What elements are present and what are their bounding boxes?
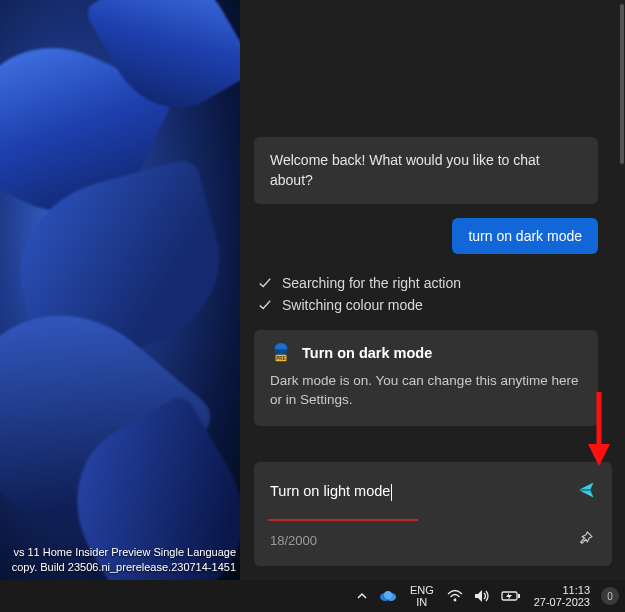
action-steps: Searching for the right action Switching… xyxy=(254,272,618,316)
svg-rect-10 xyxy=(518,594,520,598)
text-caret xyxy=(391,484,392,501)
action-app-icon: PRE xyxy=(270,342,292,364)
action-card-title: Turn on dark mode xyxy=(302,345,432,361)
clock-time: 11:13 xyxy=(534,584,590,596)
lang-top: ENG xyxy=(410,584,434,596)
copilot-chat-panel: Welcome back! What would you like to cha… xyxy=(240,0,625,580)
chat-input-box: Turn on light mode 18/2000 xyxy=(254,462,612,566)
svg-point-7 xyxy=(384,591,392,599)
assistant-message-text: Welcome back! What would you like to cha… xyxy=(270,152,540,188)
tray-overflow[interactable] xyxy=(354,580,370,612)
user-message-text: turn on dark mode xyxy=(468,228,582,244)
step-label: Searching for the right action xyxy=(282,275,461,291)
step-item: Switching colour mode xyxy=(258,294,618,316)
notifications-button[interactable]: 0 xyxy=(601,587,619,605)
onedrive-tray-icon[interactable] xyxy=(377,580,399,612)
user-message: turn on dark mode xyxy=(452,218,598,254)
svg-point-8 xyxy=(453,599,456,602)
chat-input[interactable]: Turn on light mode xyxy=(270,483,572,501)
watermark-line1: vs 11 Home Insider Preview Single Langua… xyxy=(0,545,236,559)
send-icon xyxy=(576,480,596,500)
language-indicator[interactable]: ENG IN xyxy=(406,584,438,608)
wifi-icon xyxy=(447,589,463,603)
chat-input-value: Turn on light mode xyxy=(270,483,390,499)
send-button[interactable] xyxy=(572,476,600,508)
step-item: Searching for the right action xyxy=(258,272,618,294)
check-icon xyxy=(258,298,272,312)
scrollbar-thumb[interactable] xyxy=(620,4,624,164)
spellcheck-underline xyxy=(268,519,418,521)
pin-button[interactable] xyxy=(574,526,598,554)
taskbar: ENG IN 11:13 27-07-2023 0 xyxy=(0,580,625,612)
battery-tray-icon[interactable] xyxy=(499,580,523,612)
check-icon xyxy=(258,276,272,290)
windows-watermark: vs 11 Home Insider Preview Single Langua… xyxy=(0,545,240,574)
action-result-card[interactable]: PRE Turn on dark mode Dark mode is on. Y… xyxy=(254,330,598,426)
watermark-line2: copy. Build 23506.ni_prerelease.230714-1… xyxy=(0,560,236,574)
assistant-message: Welcome back! What would you like to cha… xyxy=(254,137,598,204)
clock[interactable]: 11:13 27-07-2023 xyxy=(530,584,594,608)
clock-date: 27-07-2023 xyxy=(534,596,590,608)
character-counter: 18/2000 xyxy=(270,533,317,548)
desktop-wallpaper xyxy=(0,0,240,580)
speaker-icon xyxy=(474,589,490,603)
notification-count: 0 xyxy=(607,591,613,602)
volume-tray-icon[interactable] xyxy=(472,580,492,612)
cloud-icon xyxy=(379,590,397,602)
wifi-tray-icon[interactable] xyxy=(445,580,465,612)
pin-icon xyxy=(578,530,594,546)
lang-bottom: IN xyxy=(410,596,434,608)
svg-text:PRE: PRE xyxy=(276,357,285,362)
chevron-up-icon xyxy=(356,590,368,602)
battery-icon xyxy=(501,590,521,602)
action-card-body: Dark mode is on. You can change this any… xyxy=(270,372,582,410)
step-label: Switching colour mode xyxy=(282,297,423,313)
